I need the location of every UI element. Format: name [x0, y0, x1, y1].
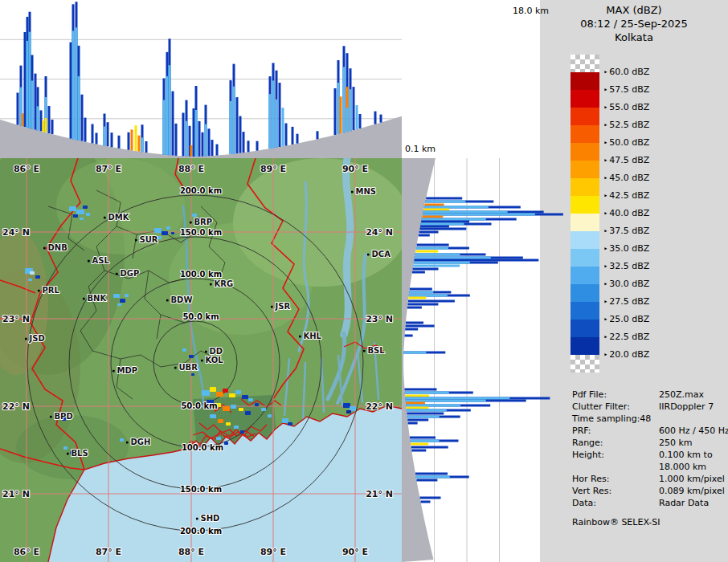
echo-row: [415, 250, 438, 253]
echo-column: [84, 118, 87, 142]
station-label: DD: [210, 347, 223, 356]
echo-row: [407, 413, 444, 415]
echo-cell: [210, 414, 216, 418]
scale-band: [571, 214, 599, 231]
echo-row: [423, 209, 449, 211]
echo-column: [111, 132, 113, 147]
station-label: MDP: [117, 366, 138, 375]
echo-cell: [261, 408, 266, 411]
echo-row: [405, 395, 429, 397]
scale-tick-text: 50.0 dBZ: [609, 137, 649, 148]
echo-row: [415, 257, 491, 259]
station-dot: [116, 273, 118, 275]
station-label: DNB: [48, 243, 67, 252]
echo-row: [419, 231, 439, 234]
scale-tick-arrow-icon: ‣: [603, 316, 607, 324]
echo-cell: [216, 392, 223, 397]
info-value: Radar Data: [659, 497, 709, 509]
echo-column: [239, 116, 242, 153]
echo-column: [182, 113, 185, 157]
echo-column: [135, 125, 137, 151]
echo-row: [421, 501, 431, 503]
echo-cell: [120, 438, 124, 442]
product-datetime: 08:12 / 25-Sep-2025: [540, 18, 728, 30]
station-label: BLS: [72, 449, 88, 458]
station-dot: [50, 416, 52, 418]
echo-row: [423, 211, 544, 214]
echo-cell: [229, 393, 235, 397]
lon-label-bottom: 88° E: [178, 547, 204, 557]
info-value: 250 km: [659, 437, 693, 449]
echo-column: [70, 43, 72, 139]
echo-row: [406, 325, 435, 328]
ring-distance-label: 50.0 km: [182, 312, 219, 321]
station-label: SHD: [201, 514, 220, 523]
echo-column: [233, 87, 235, 154]
station-label: SUR: [140, 235, 158, 244]
station-dot: [83, 298, 85, 300]
echo-column: [166, 76, 169, 155]
scale-tick-arrow-icon: ‣: [603, 192, 607, 200]
echo-row: [421, 223, 464, 226]
scale-tick-label: ‣25.0 dBZ: [603, 315, 649, 324]
echo-row: [406, 405, 490, 407]
software-brand: Rainbow® SELEX-SI: [572, 517, 661, 527]
echo-cell: [234, 426, 239, 429]
lon-label-bottom: 89° E: [260, 547, 286, 557]
lat-label-right: 23° N: [366, 314, 393, 324]
echo-column: [285, 124, 288, 146]
echo-column: [172, 92, 174, 156]
info-row: Range:250 km: [572, 437, 726, 449]
info-value: 18.000 km: [659, 461, 706, 473]
echo-row: [416, 476, 469, 479]
echo-row: [411, 440, 459, 442]
echo-column: [230, 101, 232, 154]
station-label: BNK: [88, 294, 108, 303]
echo-row: [411, 443, 428, 446]
echo-column: [35, 74, 37, 130]
station-dot: [205, 351, 207, 353]
scale-tick-label: ‣35.0 dBZ: [603, 244, 649, 254]
echo-column: [272, 80, 275, 148]
scale-tick-label: ‣52.5 dBZ: [603, 120, 649, 130]
echo-cell: [191, 373, 194, 376]
echo-cell: [210, 387, 216, 392]
echo-row: [419, 234, 430, 237]
scale-tick-arrow-icon: ‣: [603, 86, 607, 94]
echo-row: [413, 265, 460, 267]
lon-label-bottom: 87° E: [96, 547, 121, 557]
lon-label-bottom: 90° E: [342, 547, 368, 557]
echo-column: [104, 127, 106, 146]
echo-row: [406, 400, 526, 402]
echo-row: [417, 244, 449, 246]
echo-cell: [346, 410, 351, 413]
scale-tick-label: ‣60.0 dBZ: [603, 67, 649, 77]
echo-cell: [255, 403, 259, 406]
info-row: PRF:600 Hz / 450 Hz: [572, 425, 726, 437]
echo-cell: [288, 422, 292, 426]
echo-row: [411, 440, 440, 442]
echo-column: [45, 118, 47, 132]
radar-site-name: Kolkata: [540, 31, 728, 43]
info-label: Hor Res:: [572, 473, 609, 485]
dbz-colorbar: [571, 55, 599, 373]
scale-tick-arrow-icon: ‣: [603, 174, 607, 182]
scale-tick-text: 30.0 dBZ: [609, 279, 649, 289]
echo-row: [405, 392, 449, 394]
echo-column: [334, 88, 337, 135]
scale-tick-arrow-icon: ‣: [603, 227, 607, 235]
ring-distance-label: 150.0 km: [180, 485, 222, 494]
echo-cell: [231, 405, 236, 409]
info-label: Data:: [572, 497, 596, 509]
info-value: 1.000 km/pixel: [659, 473, 725, 485]
echo-column: [107, 122, 109, 146]
echo-column: [145, 141, 148, 153]
station-dot: [351, 191, 354, 193]
info-label: Vert Res:: [572, 485, 611, 497]
scale-tick-label: ‣50.0 dBZ: [603, 138, 649, 148]
info-value: 250Z.max: [659, 389, 704, 401]
station-label: KOL: [206, 356, 224, 364]
echo-column: [92, 124, 94, 144]
scale-band: [571, 302, 599, 320]
info-row: Time sampling:48: [572, 413, 726, 425]
